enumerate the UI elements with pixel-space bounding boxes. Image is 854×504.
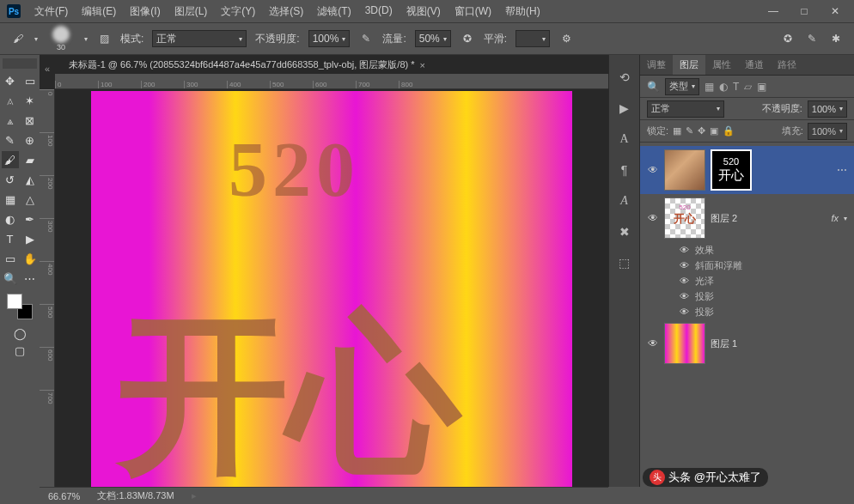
history-panel-icon[interactable]: ⟲	[616, 69, 633, 86]
zoom-tool[interactable]: 🔍	[2, 270, 19, 287]
crop-tool[interactable]: ⟁	[2, 112, 19, 129]
layer-thumbnail[interactable]	[664, 149, 705, 191]
brush-preview[interactable]: 30	[46, 26, 76, 52]
effect-shadow-2[interactable]: 👁投影	[640, 304, 854, 319]
smooth-input[interactable]: ▾	[515, 30, 550, 47]
screen-mode-icon[interactable]: ▢	[11, 342, 28, 359]
paragraph-panel-icon[interactable]: ¶	[616, 161, 633, 179]
tool-preset-icon[interactable]: 🖌	[10, 31, 26, 46]
move-tool[interactable]: ✥	[2, 72, 19, 89]
filter-type-icon[interactable]: T	[733, 81, 739, 93]
layer-menu-icon[interactable]: ⋯	[837, 164, 847, 176]
healing-tool[interactable]: ⊕	[21, 131, 39, 149]
airbrush-icon[interactable]: ✪	[460, 31, 475, 46]
type-tool[interactable]: T	[2, 230, 19, 247]
pen-tool[interactable]: ✒	[21, 210, 39, 228]
chevron-down-icon[interactable]: ▾	[34, 35, 38, 43]
character-panel-icon[interactable]: A	[616, 131, 633, 148]
layer-blend-select[interactable]: 正常▾	[647, 100, 724, 118]
menu-3d[interactable]: 3D(D)	[360, 2, 398, 21]
tab-adjustments[interactable]: 调整	[640, 55, 673, 75]
layer-name[interactable]: 图层 1	[711, 337, 737, 350]
menu-select[interactable]: 选择(S)	[264, 2, 308, 21]
brush-settings-icon[interactable]: ▨	[96, 31, 112, 46]
foreground-color[interactable]	[7, 294, 22, 309]
effects-header[interactable]: 👁效果	[640, 242, 854, 258]
maximize-button[interactable]: □	[792, 3, 816, 20]
menu-layer[interactable]: 图层(L)	[169, 2, 213, 21]
eyedropper-tool[interactable]: ✎	[2, 131, 19, 149]
gear-icon[interactable]: ⚙	[558, 31, 574, 46]
adjustments-panel-icon[interactable]: ✖	[616, 223, 633, 240]
quick-mask-icon[interactable]: ◯	[11, 325, 28, 342]
edit-toolbar[interactable]: ⋯	[21, 270, 39, 287]
layer-row-1[interactable]: 👁 图层 1	[640, 319, 854, 367]
symmetry-icon[interactable]: ✪	[780, 31, 796, 46]
stamp-tool[interactable]: ▰	[21, 151, 39, 168]
layer-opacity-input[interactable]: 100%▾	[808, 100, 847, 118]
dodge-tool[interactable]: ◐	[2, 210, 19, 228]
pressure-size-icon[interactable]: ✎	[804, 31, 820, 46]
eraser-tool[interactable]: ◭	[21, 171, 39, 188]
layer-row-texture[interactable]: 👁 520开心 ⋯	[640, 146, 854, 194]
visibility-icon[interactable]: 👁	[647, 337, 659, 349]
fx-badge[interactable]: fx	[831, 213, 839, 223]
layer-row-2[interactable]: 👁 520开心 图层 2 fx▾	[640, 194, 854, 242]
tab-close-icon[interactable]: ×	[420, 60, 425, 70]
blend-mode-select[interactable]: 正常▾	[152, 30, 247, 47]
vertical-ruler[interactable]: 0100200300400500600700	[40, 89, 55, 487]
filter-adjust-icon[interactable]: ◐	[719, 81, 728, 93]
lock-artboard-icon[interactable]: ▣	[710, 125, 718, 137]
minimize-button[interactable]: —	[761, 3, 785, 20]
tab-channels[interactable]: 通道	[738, 55, 771, 75]
brush-tool[interactable]: 🖌	[2, 151, 19, 168]
tab-layers[interactable]: 图层	[673, 55, 705, 75]
menu-window[interactable]: 窗口(W)	[449, 2, 497, 21]
visibility-icon[interactable]: 👁	[647, 164, 659, 176]
filter-shape-icon[interactable]: ▱	[744, 81, 752, 93]
lasso-tool[interactable]: ⟑	[2, 92, 19, 109]
layer-thumbnail[interactable]	[664, 323, 705, 364]
menu-image[interactable]: 图像(I)	[125, 2, 165, 21]
opacity-input[interactable]: 100%▾	[308, 30, 351, 47]
flow-input[interactable]: 50%▾	[415, 30, 451, 47]
layer-mask-thumbnail[interactable]: 520开心	[711, 149, 752, 191]
lock-position-icon[interactable]: ✥	[698, 125, 705, 137]
color-swatch[interactable]	[7, 294, 33, 319]
frame-tool[interactable]: ⊠	[21, 112, 39, 129]
menu-file[interactable]: 文件(F)	[29, 2, 73, 21]
blur-tool[interactable]: △	[21, 191, 39, 208]
menu-edit[interactable]: 编辑(E)	[76, 2, 121, 21]
hand-tool[interactable]: ✋	[21, 250, 39, 267]
canvas[interactable]: 520 开心	[91, 91, 572, 487]
tab-paths[interactable]: 路径	[771, 55, 803, 75]
search-icon[interactable]: 🔍	[647, 81, 660, 93]
fill-input[interactable]: 100%▾	[808, 123, 847, 140]
quick-select-tool[interactable]: ✶	[21, 92, 39, 109]
shape-tool[interactable]: ▭	[2, 250, 19, 267]
history-brush-tool[interactable]: ↺	[2, 171, 19, 188]
lock-pixels-icon[interactable]: ▦	[673, 125, 681, 137]
horizontal-ruler[interactable]: 0100200300400500600700800	[55, 74, 608, 89]
filter-pixel-icon[interactable]: ▦	[705, 81, 714, 93]
close-button[interactable]: ✕	[823, 3, 847, 20]
effect-bevel[interactable]: 👁斜面和浮雕	[640, 258, 854, 273]
gradient-tool[interactable]: ▦	[2, 191, 19, 208]
tab-properties[interactable]: 属性	[705, 55, 738, 75]
butterfly-icon[interactable]: ✱	[828, 31, 844, 46]
filter-smart-icon[interactable]: ▣	[757, 81, 766, 93]
filter-type-select[interactable]: 类型▾	[665, 78, 699, 95]
libraries-panel-icon[interactable]: ⬚	[616, 254, 633, 271]
expand-panels-icon[interactable]: «	[45, 64, 55, 74]
effect-satin[interactable]: 👁光泽	[640, 273, 854, 288]
path-select-tool[interactable]: ▶	[21, 230, 39, 247]
menu-type[interactable]: 文字(Y)	[216, 2, 260, 21]
visibility-icon[interactable]: 👁	[647, 212, 659, 224]
lock-brush-icon[interactable]: ✎	[686, 125, 693, 137]
layer-thumbnail[interactable]: 520开心	[664, 197, 705, 239]
zoom-value[interactable]: 66.67%	[48, 491, 80, 501]
effect-shadow-1[interactable]: 👁投影	[640, 288, 854, 304]
lock-all-icon[interactable]: 🔒	[723, 125, 735, 137]
properties-panel-icon[interactable]: ▶	[616, 100, 633, 117]
document-tab[interactable]: 未标题-1 @ 66.7% (20855324bf6d4487a4e45a77d…	[60, 56, 434, 74]
